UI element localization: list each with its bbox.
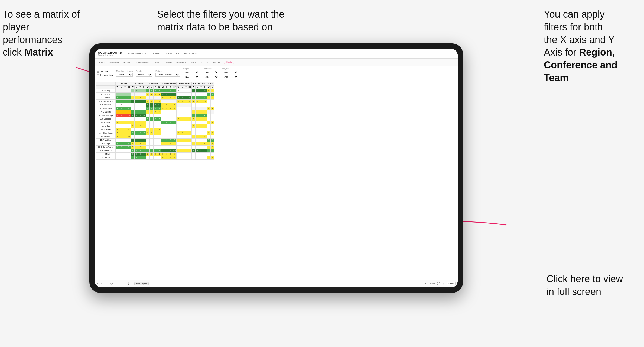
app-logo: SCOREBOARD Powered by clippd xyxy=(98,51,122,56)
redo-icon[interactable]: ↪ xyxy=(101,282,103,285)
filter-conference: Conference (All) (All) xyxy=(203,68,219,79)
nav-rankings[interactable]: RANKINGS xyxy=(184,52,197,56)
table-row: 4. M Thorbjornsen1010101110-6 xyxy=(96,100,214,103)
filter-row: Full View Compact View Max players in vi… xyxy=(95,66,458,81)
nav-tournaments[interactable]: TOURNAMENTS xyxy=(128,52,146,56)
table-row: 3. J Koivun110201010101304011010312 xyxy=(96,96,214,100)
filter-players: Players (All) (All) xyxy=(222,68,238,79)
annotation-top-left: To see a matrix of player performances c… xyxy=(3,8,89,59)
filter-division: Division NCAA Division I xyxy=(155,70,180,77)
zoom-minus-icon[interactable]: − xyxy=(117,282,119,285)
filter-gender: Gender Men's xyxy=(136,70,152,77)
tab-h2h-h[interactable]: H2H H... xyxy=(211,60,223,64)
region-select-2[interactable]: N/A xyxy=(183,75,199,79)
settings-icon[interactable]: ⚙ xyxy=(127,282,130,285)
back-icon[interactable]: ← xyxy=(106,282,108,285)
filter-max-players: Max players in view Top 25 xyxy=(116,70,133,77)
table-row: 16. K Vilips210-252204330801001 xyxy=(96,142,214,146)
nav-committee[interactable]: COMMITTEE xyxy=(165,52,179,56)
table-row: 20. M Ford331-11010711 xyxy=(96,156,214,160)
annotation-top-center: Select the filters you want the matrix d… xyxy=(157,8,287,34)
filter-region: Region N/A N/A xyxy=(183,68,199,79)
radio-full-view[interactable]: Full View xyxy=(97,70,113,73)
radio-dot-compact xyxy=(97,74,99,76)
gender-select[interactable]: Men's xyxy=(136,73,152,77)
table-row: 5. M La Sasso0101040011101 xyxy=(96,103,214,107)
app-navbar: SCOREBOARD Powered by clippd TOURNAMENTS… xyxy=(95,49,458,59)
table-row: 9. N Gabrelcik000901011121 xyxy=(96,117,214,121)
undo-icon[interactable]: ↩ xyxy=(97,282,99,285)
players-select-2[interactable]: (All) xyxy=(222,75,238,79)
table-row: 8. P Summerhays512-48200-1612 xyxy=(96,114,214,117)
sub-tabs: Teams Summary H2H Grid H2H Heatmap Matri… xyxy=(95,59,458,66)
tab-detail[interactable]: Detail xyxy=(188,60,197,64)
max-players-select[interactable]: Top 25 xyxy=(116,73,133,77)
conference-select-2[interactable]: (All) xyxy=(203,75,219,79)
zoom-plus-icon[interactable]: + xyxy=(121,282,123,285)
tab-matrix-1[interactable]: Matrix xyxy=(153,60,162,64)
toolbar-sep-1 xyxy=(115,282,115,286)
watch-icon[interactable]: 👁 xyxy=(425,282,427,285)
table-row: 13. J Skov Olesen110-3210-19101220-113 xyxy=(96,131,214,135)
division-select[interactable]: NCAA Division I xyxy=(155,73,180,77)
table-row: 17. S De La Fuente200211002 xyxy=(96,146,214,149)
view-radio-group: Full View Compact View xyxy=(97,70,113,76)
table-row: 12. M Riedel110-61010 xyxy=(96,128,214,131)
tab-summary-2[interactable]: Summary xyxy=(174,60,187,64)
region-select-1[interactable]: N/A xyxy=(183,70,199,74)
fullscreen-icon[interactable]: ⤢ xyxy=(442,282,444,285)
tablet-frame: SCOREBOARD Powered by clippd TOURNAMENTS… xyxy=(89,43,463,293)
matrix-table: 1. W Ding 2. L Clanton 3. J Koivun 4. M … xyxy=(96,82,214,160)
tab-h2h-grid-2[interactable]: H2H Grid xyxy=(198,60,211,64)
tab-teams[interactable]: Teams xyxy=(97,60,107,64)
table-row: 7. G Sargent220-15 xyxy=(96,110,214,114)
annotation-top-right: You can apply filters for both the X axi… xyxy=(544,8,636,84)
players-select-1[interactable]: (All) xyxy=(222,70,238,74)
share-button[interactable]: Share xyxy=(447,282,456,285)
matrix-area: 1. W Ding 2. L Clanton 3. J Koivun 4. M … xyxy=(95,81,458,280)
view-badge[interactable]: View: Original xyxy=(134,282,149,285)
table-row: 18. C Sherwood130010220-101011045 xyxy=(96,149,214,153)
radio-compact-view[interactable]: Compact View xyxy=(97,74,113,76)
toolbar-sep-3 xyxy=(132,282,132,286)
toolbar-sep-2 xyxy=(125,282,125,286)
table-row: 15. P Maichon1104101-722 xyxy=(96,139,214,142)
tab-h2h-grid[interactable]: H2H Grid xyxy=(121,60,134,64)
tab-summary[interactable]: Summary xyxy=(108,60,121,64)
tablet-screen: SCOREBOARD Powered by clippd TOURNAMENTS… xyxy=(95,49,458,287)
toolbar-right: 👁 Watch ⛶ ⤢ Share xyxy=(425,282,456,285)
expand-icon[interactable]: ⛶ xyxy=(437,282,440,285)
table-row: 10. B Valdes11010101001111 xyxy=(96,121,214,124)
radio-dot-full xyxy=(97,71,99,73)
nav-items: TOURNAMENTS TEAMS COMMITTEE RANKINGS xyxy=(128,52,197,56)
table-row: 1. W Ding2111021201700101302 xyxy=(96,89,214,93)
table-row: 11. M Ege01000104 xyxy=(96,124,214,128)
annotation-bottom-right: Click here to view in full screen xyxy=(547,273,628,298)
table-row: 2. L Clanton110-110172 xyxy=(96,93,214,96)
table-row: 19. D Ford2000200-101013 xyxy=(96,153,214,156)
tab-h2h-heatmap[interactable]: H2H Heatmap xyxy=(135,60,152,64)
refresh-icon[interactable]: ⟳ xyxy=(110,282,113,285)
bottom-toolbar: ↩ ↪ ← ⟳ − + ⚙ View: Original 👁 Watch ⛶ ⤢… xyxy=(95,280,458,287)
nav-teams[interactable]: TEAMS xyxy=(151,52,160,56)
conference-select-1[interactable]: (All) xyxy=(203,70,219,74)
table-row: 14. J Lundin11010-7 xyxy=(96,135,214,139)
tab-players[interactable]: Players xyxy=(163,60,174,64)
table-row: 6. C Lamprecht1001003110601 xyxy=(96,107,214,110)
tab-matrix-active[interactable]: Matrix xyxy=(224,60,234,64)
